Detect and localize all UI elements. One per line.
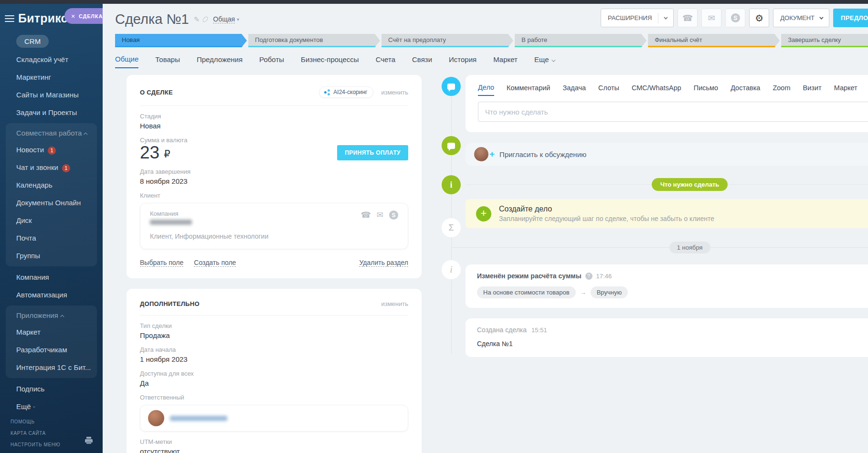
link-icon[interactable] (202, 16, 209, 23)
tl-tab-visit[interactable]: Визит (803, 84, 821, 95)
envelope-icon[interactable]: ✉ (377, 210, 383, 220)
sidebar-item-sites[interactable]: Сайты и Магазины (6, 86, 97, 104)
tl-tab-slots[interactable]: Слоты (598, 84, 619, 95)
sidebar-item-documents[interactable]: Документы Онлайн (6, 194, 97, 211)
select-field-link[interactable]: Выбрать поле (140, 259, 183, 267)
tl-tab-delivery[interactable]: Доставка (730, 84, 760, 95)
sitemap-link[interactable]: КАРТА САЙТА (11, 431, 60, 436)
configure-menu-link[interactable]: НАСТРОИТЬ МЕНЮ (11, 442, 60, 447)
tab-more[interactable]: Еще (534, 55, 554, 68)
sidebar-item-tasks[interactable]: Задачи и Проекты (6, 104, 97, 121)
sidebar-item-disk[interactable]: Диск (6, 211, 97, 229)
tab-general[interactable]: Общие (115, 55, 138, 68)
tab-market[interactable]: Маркет (493, 55, 518, 68)
tl-tab-letter[interactable]: Письмо (694, 84, 718, 95)
invite-discussion-row[interactable]: + Пригласить к обсуждению (466, 143, 868, 166)
tl-tab-sms[interactable]: СМС/WhatsApp (632, 84, 681, 95)
company-label: Компания (150, 210, 192, 217)
close-icon[interactable]: × (71, 12, 75, 20)
company-name-redacted[interactable] (150, 220, 192, 225)
sidebar-header-apps[interactable]: Приложения (6, 307, 97, 323)
sidebar-item-1c-integration[interactable]: Интеграция 1С с Бит... (6, 358, 97, 376)
document-button[interactable]: ДОКУМЕНТ (773, 9, 829, 27)
sidebar-item-news[interactable]: Новости1 (6, 141, 97, 158)
timeline-entry-sum-mode[interactable]: Изменён режим расчёта суммы ? 17:46 На о… (466, 264, 868, 308)
stage-close-deal[interactable]: Завершить сделку (781, 34, 868, 47)
chevron-down-icon[interactable]: ▾ (237, 17, 239, 22)
close-date-value[interactable]: 8 ноября 2023 (140, 177, 408, 185)
todo-pill-button[interactable]: Что нужно сделать (652, 178, 728, 191)
tl-tab-comment[interactable]: Комментарий (507, 84, 550, 95)
sidebar-header-collab[interactable]: Совместная работа (6, 125, 97, 141)
tl-tab-market[interactable]: Маркет (834, 84, 857, 95)
tab-links[interactable]: Связи (412, 55, 432, 68)
sidebar-item-signature[interactable]: Подпись (6, 380, 97, 398)
sidebar-item-inventory[interactable]: Складской учёт (6, 51, 97, 68)
stage-value[interactable]: Новая (140, 122, 408, 130)
phone-icon[interactable]: ☎ (361, 210, 371, 220)
sidebar-item-groups[interactable]: Группы (6, 247, 97, 264)
tl-tab-task[interactable]: Задача (562, 84, 586, 95)
sidebar-item-crm[interactable]: CRM (16, 35, 49, 48)
start-date-value[interactable]: 1 ноября 2023 (140, 355, 408, 363)
plus-icon[interactable]: + (476, 206, 491, 221)
1c-button[interactable]: Ѕ (725, 9, 745, 27)
call-button[interactable]: ☎ (677, 9, 698, 27)
printer-icon[interactable] (85, 437, 93, 446)
todo-input[interactable] (478, 102, 868, 122)
delete-section-link[interactable]: Удалить раздел (359, 259, 408, 267)
1c-icon[interactable]: Ѕ (389, 211, 398, 220)
tab-products[interactable]: Товары (155, 55, 180, 68)
deal-tab-chip[interactable]: × СДЕЛКА (64, 8, 103, 24)
extensions-button[interactable]: РАСШИРЕНИЯ (601, 9, 674, 27)
stage-docs[interactable]: Подготовка документов (248, 34, 380, 47)
app-logo[interactable]: Битрикс (18, 11, 68, 25)
entry-time: 17:46 (596, 273, 612, 280)
banner-title: Создайте дело (499, 205, 714, 213)
tl-tab-zoom[interactable]: Zoom (773, 84, 790, 95)
tab-history[interactable]: История (449, 55, 476, 68)
tl-tab-activity[interactable]: Дело (478, 84, 494, 96)
deal-type-value[interactable]: Продажа (140, 331, 408, 339)
responsible-card[interactable] (140, 405, 408, 432)
tab-robots[interactable]: Роботы (259, 55, 284, 68)
settings-button[interactable]: ⚙ (749, 9, 769, 27)
create-activity-banner[interactable]: + Создайте дело Запланируйте следующий ш… (466, 199, 868, 228)
tab-invoices[interactable]: Счета (376, 55, 395, 68)
edit-section-link[interactable]: изменить (381, 89, 408, 96)
edit-pencil-icon[interactable]: ✎ (194, 15, 200, 24)
stage-new[interactable]: Новая (115, 34, 247, 47)
stage-prepay-invoice[interactable]: Счёт на предоплату (381, 34, 513, 47)
sidebar-item-company[interactable]: Компания (6, 268, 97, 286)
sidebar-item-calendar[interactable]: Календарь (6, 176, 97, 194)
banner-subtitle: Запланируйте следующий шаг по сделке, чт… (499, 215, 714, 222)
help-link[interactable]: ПОМОЩЬ (11, 419, 60, 424)
amount-value[interactable]: 23 (140, 144, 159, 161)
tab-bizproc[interactable]: Бизнес-процессы (301, 55, 359, 68)
available-value[interactable]: Да (140, 379, 408, 387)
sidebar-item-mail[interactable]: Почта (6, 229, 97, 247)
timeline-tabs: Дело Комментарий Задача Слоты СМС/WhatsA… (478, 84, 868, 96)
tab-quotes[interactable]: Предложения (197, 55, 243, 68)
pipeline-category-dropdown[interactable]: Общая (213, 15, 235, 23)
stage-final-invoice[interactable]: Финальный счёт (648, 34, 780, 47)
stage-in-progress[interactable]: В работе (515, 34, 646, 47)
hamburger-menu-icon[interactable] (5, 13, 14, 24)
help-icon[interactable]: ? (585, 273, 593, 280)
sidebar-item-market[interactable]: Маркет (6, 323, 97, 341)
client-card[interactable]: Компания ☎ ✉ Ѕ Клиент, Информационные те… (140, 203, 408, 249)
accept-payment-button[interactable]: ПРИНЯТЬ ОПЛАТУ (337, 145, 408, 160)
sidebar-item-developers[interactable]: Разработчикам (6, 341, 97, 358)
chevron-down-icon[interactable] (664, 15, 667, 19)
create-field-link[interactable]: Создать поле (194, 259, 236, 267)
sidebar-item-automation[interactable]: Автоматизация (6, 286, 97, 304)
proposal-button[interactable]: ПРЕДЛОЖЕНИЕ (833, 9, 868, 27)
edit-section-link[interactable]: изменить (381, 300, 408, 307)
email-button[interactable]: ✉ (701, 9, 721, 27)
responsible-name-redacted[interactable] (170, 416, 227, 421)
sidebar-item-chat[interactable]: Чат и звонки1 (6, 158, 97, 176)
ai-scoring-badge[interactable]: AI24-скоринг (319, 86, 373, 98)
additional-card: ДОПОЛНИТЕЛЬНО изменить Тип сделки Продаж… (127, 289, 422, 453)
sidebar-item-marketing[interactable]: Маркетинг (6, 68, 97, 86)
timeline-entry-deal-created[interactable]: Создана сделка 15:51 Сделка №1 (466, 318, 868, 357)
